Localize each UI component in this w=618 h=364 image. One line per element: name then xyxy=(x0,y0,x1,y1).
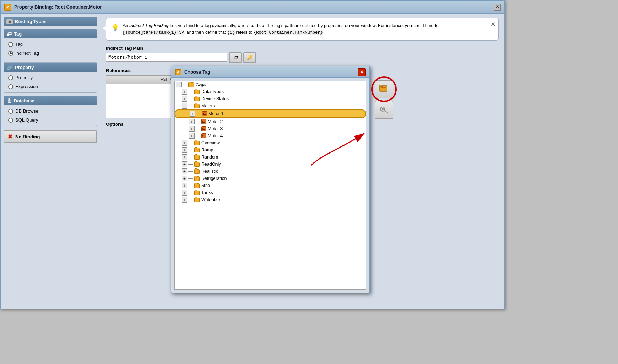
no-binding-icon: ✖ xyxy=(8,133,12,140)
tree-node-overview[interactable]: + Overview xyxy=(175,139,366,146)
database-section: 🗄 Database DB Browse SQL Query xyxy=(4,96,97,126)
svg-rect-1 xyxy=(380,85,383,86)
radio-db-browse[interactable]: DB Browse xyxy=(7,107,94,115)
tree-node-sine[interactable]: + Sine xyxy=(175,182,366,189)
tree-expand-tags[interactable]: − xyxy=(176,82,182,87)
tree-expand-random[interactable]: + xyxy=(182,154,187,160)
info-bubble: 💡 An Indirect Tag Binding lets you bind … xyxy=(106,18,499,41)
tree-expand-refrigeration[interactable]: + xyxy=(182,176,187,181)
tree-expand-motor4[interactable]: + xyxy=(189,133,195,139)
radio-property[interactable]: Property xyxy=(7,74,94,81)
tree-label-device-status: Device Status xyxy=(201,96,229,101)
dialog-key-side-button[interactable] xyxy=(375,101,393,119)
no-binding-button[interactable]: ✖ No Binding xyxy=(4,130,97,143)
tree-label-overview: Overview xyxy=(201,140,220,145)
tree-node-random[interactable]: + Random xyxy=(175,154,366,161)
dialog-title: Choose Tag xyxy=(184,69,358,75)
radio-indirect-tag-circle xyxy=(8,51,13,56)
tree-node-device-status[interactable]: + Device Status xyxy=(175,95,366,102)
tree-node-motors[interactable]: − Motors xyxy=(175,102,366,109)
dialog-close-button[interactable]: ✕ xyxy=(358,68,366,76)
database-section-icon: 🗄 xyxy=(7,98,12,103)
tree-label-writeable: Writeable xyxy=(201,197,220,202)
random-folder-icon xyxy=(194,155,200,160)
tree-node-writeable[interactable]: + Writeable xyxy=(175,196,366,203)
binding-types-header: ⊞ Binding Types xyxy=(4,17,97,26)
dialog-titlebar: ✔ Choose Tag ✕ xyxy=(171,66,369,78)
tree-label-sine: Sine xyxy=(201,183,210,188)
device-status-folder-icon xyxy=(194,97,200,101)
radio-db-browse-circle xyxy=(8,109,13,114)
tag-section-header: 🏷 Tag xyxy=(4,29,97,38)
tree-label-motor3: Motor 3 xyxy=(208,126,223,131)
refrigeration-folder-icon xyxy=(194,176,200,181)
tree-label-tanks: Tanks xyxy=(201,190,213,195)
radio-indirect-tag[interactable]: Indirect Tag xyxy=(7,49,94,57)
title-icon: ✔ xyxy=(4,4,11,11)
tree-node-motor4[interactable]: + Motor 4 xyxy=(175,132,366,139)
realistic-folder-icon xyxy=(194,169,200,174)
database-section-header: 🗄 Database xyxy=(4,96,97,105)
tree-expand-overview[interactable]: + xyxy=(182,140,187,146)
choose-tag-dialog: ✔ Choose Tag ✕ − Tags + Data Types xyxy=(171,66,370,293)
sine-folder-icon xyxy=(194,183,200,188)
tag-browse-button[interactable]: 🏷 xyxy=(229,52,242,63)
tag-section: 🏷 Tag Tag Indirect Tag xyxy=(4,29,97,59)
tree-label-motor2: Motor 2 xyxy=(208,119,223,124)
tree-expand-motor1[interactable]: + xyxy=(190,111,195,117)
property-section-icon: 🔗 xyxy=(7,64,13,70)
tree-label-motor1: Motor 1 xyxy=(208,111,223,116)
tree-expand-motor2[interactable]: + xyxy=(189,119,195,124)
indirect-tag-path-label: Indirect Tag Path xyxy=(106,46,499,51)
tree-node-motor1[interactable]: + Motor 1 xyxy=(175,109,366,118)
tree-node-tags[interactable]: − Tags xyxy=(175,81,366,88)
radio-sql-query-circle xyxy=(8,118,13,123)
property-section-header: 🔗 Property xyxy=(4,63,97,72)
tree-expand-tanks[interactable]: + xyxy=(182,190,187,196)
svg-point-6 xyxy=(382,108,384,110)
tag-tree[interactable]: − Tags + Data Types + Device Status xyxy=(174,81,366,290)
tree-expand-device-status[interactable]: + xyxy=(182,96,187,102)
tags-folder-icon xyxy=(188,82,194,87)
property-section: 🔗 Property Property Expression xyxy=(4,62,97,93)
window-close-button[interactable]: ✕ xyxy=(494,4,501,11)
binding-types-icon: ⊞ xyxy=(6,19,13,24)
tree-expand-readonly[interactable]: + xyxy=(182,161,187,167)
tree-node-data-types[interactable]: + Data Types xyxy=(175,88,366,95)
radio-property-circle xyxy=(8,75,13,80)
property-browse-button[interactable]: 🔑 xyxy=(243,52,256,63)
info-close-button[interactable]: ✕ xyxy=(491,20,495,29)
tree-node-refrigeration[interactable]: + Refrigeration xyxy=(175,175,366,182)
tree-expand-motors[interactable]: − xyxy=(182,103,187,109)
tree-expand-realistic[interactable]: + xyxy=(182,168,187,174)
dialog-tag-browse-side-button[interactable] xyxy=(375,80,393,98)
window-title: Property Binding: Root Container.Motor xyxy=(14,4,494,10)
tree-node-tanks[interactable]: + Tanks xyxy=(175,189,366,196)
motor1-tag-icon xyxy=(202,111,207,116)
radio-expression[interactable]: Expression xyxy=(7,83,94,90)
tree-node-ramp[interactable]: + Ramp xyxy=(175,146,366,154)
tree-node-readonly[interactable]: + ReadOnly xyxy=(175,161,366,168)
tree-expand-data-types[interactable]: + xyxy=(182,89,187,95)
indirect-tag-path-input[interactable] xyxy=(106,53,227,62)
tree-label-refrigeration: Refrigeration xyxy=(201,176,227,181)
tree-node-motor3[interactable]: + Motor 3 xyxy=(175,125,366,132)
writeable-folder-icon xyxy=(194,198,200,202)
tree-expand-writeable[interactable]: + xyxy=(182,197,187,203)
database-section-items: DB Browse SQL Query xyxy=(4,105,97,126)
tree-label-motor4: Motor 4 xyxy=(208,133,223,138)
tree-expand-motor3[interactable]: + xyxy=(189,126,195,132)
dialog-title-icon: ✔ xyxy=(175,69,181,75)
tree-expand-ramp[interactable]: + xyxy=(182,147,187,153)
tree-label-random: Random xyxy=(201,155,218,160)
radio-expression-circle xyxy=(8,84,13,89)
radio-sql-query[interactable]: SQL Query xyxy=(7,116,94,124)
tree-label-data-types: Data Types xyxy=(201,89,224,94)
tree-node-realistic[interactable]: + Realistic xyxy=(175,168,366,175)
tree-node-motor2[interactable]: + Motor 2 xyxy=(175,118,366,125)
motors-folder-icon xyxy=(194,104,200,108)
info-bulb-icon: 💡 xyxy=(111,23,119,36)
radio-tag[interactable]: Tag xyxy=(7,41,94,48)
tree-label-motors: Motors xyxy=(201,103,215,108)
tree-expand-sine[interactable]: + xyxy=(182,183,187,188)
